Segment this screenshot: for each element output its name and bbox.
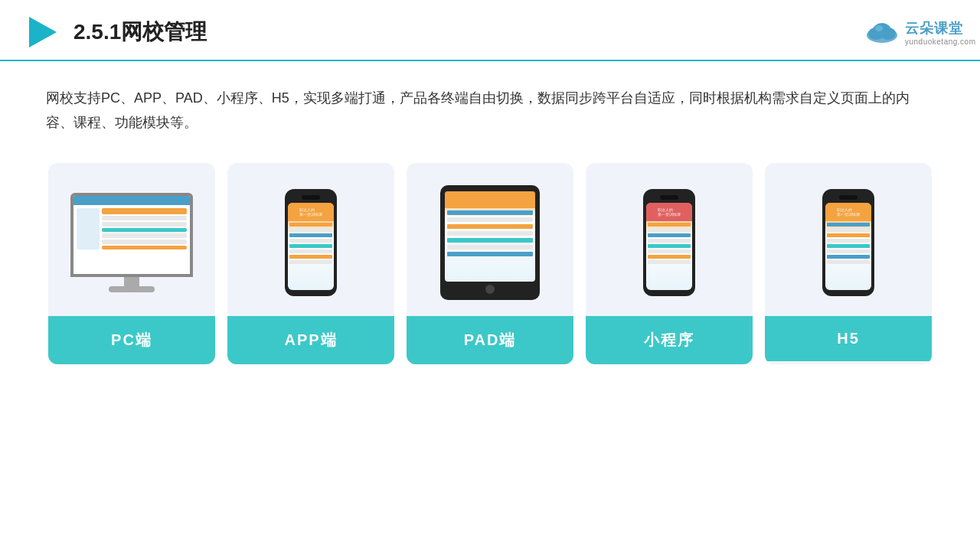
card-pad-image [407, 163, 573, 316]
phone-illustration-3: 职达人的第一堂训练课 [822, 189, 874, 296]
card-miniprogram-image: 职达人的第一堂训练课 [586, 163, 753, 316]
header-left: 2.5.1网校管理 [24, 14, 207, 51]
card-pc-label: PC端 [48, 316, 215, 364]
tablet-body [440, 185, 540, 300]
card-pad-label: PAD端 [407, 316, 573, 364]
description-text: 网校支持PC、APP、PAD、小程序、H5，实现多端打通，产品各终端自由切换，数… [0, 61, 980, 145]
phone-body-2: 职达人的第一堂训练课 [643, 189, 695, 296]
card-app-image: 职达人的第一堂训练课 [227, 163, 394, 316]
logo-area: 云朵课堂 yunduoketang.com 教育机构一站式服务云平台 [864, 15, 956, 49]
svg-marker-0 [29, 17, 57, 47]
phone-screen-2: 职达人的第一堂训练课 [646, 203, 692, 290]
svg-point-5 [875, 25, 883, 31]
page-title: 2.5.1网校管理 [74, 18, 207, 47]
card-pc: PC端 [48, 163, 215, 364]
svg-point-4 [873, 23, 891, 38]
logo-text-block: 云朵课堂 yunduoketang.com [905, 19, 976, 46]
card-h5-image: 职达人的第一堂训练课 [765, 163, 932, 316]
cards-container: PC端 职达人的第一堂训练课 [0, 145, 980, 383]
card-miniprogram-label: 小程序 [586, 316, 753, 364]
logo-url: yunduoketang.com [905, 37, 976, 46]
card-pc-image [48, 163, 215, 316]
phone-illustration: 职达人的第一堂训练课 [285, 189, 337, 296]
logo-cloud: 云朵课堂 yunduoketang.com 教育机构一站式服务云平台 [864, 15, 956, 49]
tablet-illustration [440, 185, 540, 300]
card-h5: 职达人的第一堂训练课 H5 [765, 163, 932, 364]
page-header: 2.5.1网校管理 云朵课堂 yunduoketang.com 教育机构一站式服… [0, 0, 980, 61]
card-h5-label: H5 [765, 316, 932, 361]
card-miniprogram: 职达人的第一堂训练课 小程序 [586, 163, 753, 364]
card-pad: PAD端 [407, 163, 573, 364]
card-app-label: APP端 [227, 316, 394, 364]
phone-screen: 职达人的第一堂训练课 [288, 203, 334, 290]
description-content: 网校支持PC、APP、PAD、小程序、H5，实现多端打通，产品各终端自由切换，数… [46, 90, 910, 130]
monitor-illustration [70, 193, 193, 292]
cloud-icon [864, 18, 900, 46]
tablet-screen [445, 191, 535, 282]
play-icon [24, 14, 61, 51]
card-app: 职达人的第一堂训练课 APP端 [227, 163, 394, 364]
logo-name: 云朵课堂 [905, 19, 976, 37]
monitor-screen [70, 193, 193, 277]
phone-illustration-2: 职达人的第一堂训练课 [643, 189, 695, 296]
phone-body: 职达人的第一堂训练课 [285, 189, 337, 296]
phone-body-3: 职达人的第一堂训练课 [822, 189, 874, 296]
phone-screen-3: 职达人的第一堂训练课 [825, 203, 871, 290]
